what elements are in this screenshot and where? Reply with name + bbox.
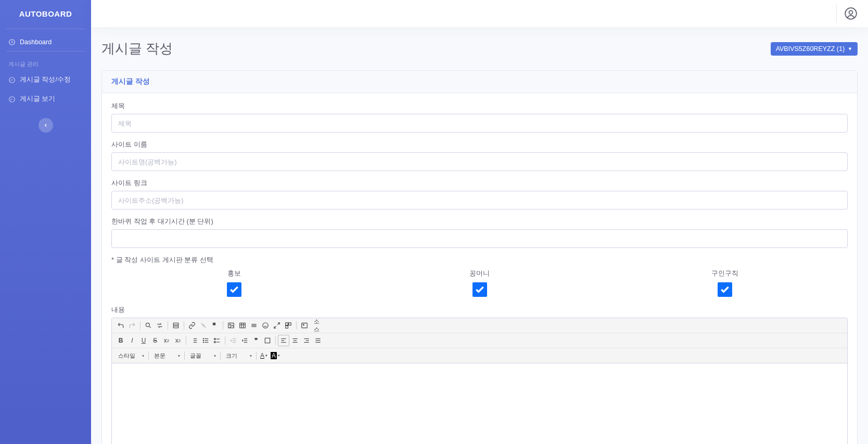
chevron-left-icon: [43, 123, 48, 128]
table-icon: [239, 322, 246, 329]
link-button[interactable]: [186, 320, 198, 331]
svg-line-10: [201, 323, 206, 328]
separator: [148, 351, 149, 360]
separator: [296, 321, 297, 330]
showblocks-button[interactable]: [283, 320, 294, 331]
chevron-down-icon: ▾: [278, 354, 280, 358]
separator: [186, 336, 186, 345]
align-right-button[interactable]: [301, 335, 312, 346]
editor-content-area[interactable]: [112, 363, 847, 444]
checklist-icon: [213, 337, 221, 344]
italic-button[interactable]: I: [126, 335, 138, 346]
svg-point-1: [9, 77, 15, 83]
collapse-sidebar-button[interactable]: [39, 118, 53, 133]
anchor-button[interactable]: [209, 320, 221, 331]
svg-point-35: [203, 338, 203, 339]
bg-color-button[interactable]: A▾: [269, 350, 282, 361]
ul-icon: [202, 337, 209, 344]
wait-time-input[interactable]: [111, 229, 848, 248]
user-menu-icon[interactable]: [844, 7, 858, 20]
topbar: [91, 0, 868, 27]
hr-button[interactable]: [248, 320, 260, 331]
separator: [275, 336, 276, 345]
source-button[interactable]: 소스: [310, 320, 322, 331]
dashboard-icon: [8, 38, 16, 46]
combo-label: 본문: [154, 352, 165, 360]
align-justify-button[interactable]: [312, 335, 324, 346]
nav-dashboard[interactable]: Dashboard: [0, 33, 91, 51]
image-button[interactable]: [225, 320, 237, 331]
blockquote-button[interactable]: ❞: [250, 335, 262, 346]
selectall-button[interactable]: [170, 320, 182, 331]
align-justify-icon: [314, 337, 322, 344]
category-option-label: 꽁머니: [357, 269, 603, 278]
link-icon: [188, 322, 196, 329]
outdent-icon: [229, 337, 237, 344]
gauge-icon: [8, 96, 16, 103]
upload-image-button[interactable]: [299, 320, 310, 331]
outdent-button[interactable]: [227, 335, 239, 346]
style-combo[interactable]: 스타일▾: [115, 350, 146, 361]
superscript-button[interactable]: x2: [172, 335, 184, 346]
rich-text-editor: 소스 B I U S x2 x2: [111, 318, 848, 444]
nav-section-posts: 게시글 관리: [0, 56, 91, 70]
separator: [256, 351, 257, 360]
check-icon: [475, 284, 485, 295]
svg-point-3: [845, 8, 857, 19]
table-button[interactable]: [237, 320, 248, 331]
title-label: 제목: [111, 101, 848, 111]
nav-post-write[interactable]: 게시글 작성/수정: [0, 70, 91, 89]
numberedlist-button[interactable]: [188, 335, 200, 346]
session-badge-dropdown[interactable]: AVBIVS5Z60REYZZ (1) ▼: [771, 42, 858, 56]
svg-point-5: [146, 323, 149, 327]
maximize-button[interactable]: [271, 320, 283, 331]
picture-icon: [301, 322, 308, 329]
subscript-button[interactable]: x2: [161, 335, 172, 346]
category-checkbox-jobs[interactable]: [718, 282, 732, 297]
find-button[interactable]: [143, 320, 154, 331]
category-checkbox-bonus[interactable]: [473, 282, 487, 297]
redo-button[interactable]: [126, 320, 138, 331]
source-label: 소스: [314, 318, 320, 333]
text-color-button[interactable]: A▾: [259, 350, 269, 361]
nav-post-view[interactable]: 게시글 보기: [0, 89, 91, 109]
selectall-icon: [172, 322, 180, 329]
divider: [6, 51, 85, 51]
align-center-button[interactable]: [289, 335, 301, 346]
undo-button[interactable]: [115, 320, 126, 331]
strike-button[interactable]: S: [149, 335, 161, 346]
checklist-button[interactable]: [211, 335, 223, 346]
site-name-input[interactable]: [111, 152, 848, 171]
category-option-label: 홍보: [111, 269, 357, 278]
font-combo[interactable]: 글꼴▾: [187, 350, 218, 361]
separator: [140, 321, 141, 330]
nav-post-write-label: 게시글 작성/수정: [20, 75, 71, 84]
underline-button[interactable]: U: [138, 335, 149, 346]
align-left-button[interactable]: [278, 335, 289, 346]
chevron-down-icon: ▾: [142, 354, 144, 358]
separator: [184, 321, 184, 330]
div-button[interactable]: [262, 335, 273, 346]
unlink-button[interactable]: [198, 320, 209, 331]
site-link-input[interactable]: [111, 191, 848, 210]
wait-time-label: 한바퀴 작업 후 대기시간 (분 단위): [111, 217, 848, 226]
svg-point-29: [303, 324, 304, 325]
check-icon: [229, 284, 239, 295]
editor-toolbar: 소스 B I U S x2 x2: [112, 318, 847, 363]
category-checkbox-promo[interactable]: [227, 282, 241, 297]
svg-rect-13: [240, 323, 246, 328]
indent-button[interactable]: [239, 335, 250, 346]
svg-rect-42: [214, 342, 215, 343]
emoji-button[interactable]: [260, 320, 271, 331]
svg-point-4: [849, 10, 853, 14]
nav-post-view-label: 게시글 보기: [20, 95, 55, 103]
format-combo[interactable]: 본문▾: [151, 350, 182, 361]
brand-logo[interactable]: AUTOBOARD: [0, 0, 91, 29]
title-input[interactable]: [111, 114, 848, 133]
svg-line-6: [149, 326, 150, 328]
bold-button[interactable]: B: [115, 335, 126, 346]
size-combo[interactable]: 크기▾: [223, 350, 254, 361]
bulletlist-button[interactable]: [200, 335, 211, 346]
replace-button[interactable]: [154, 320, 165, 331]
ol-icon: [190, 337, 198, 344]
